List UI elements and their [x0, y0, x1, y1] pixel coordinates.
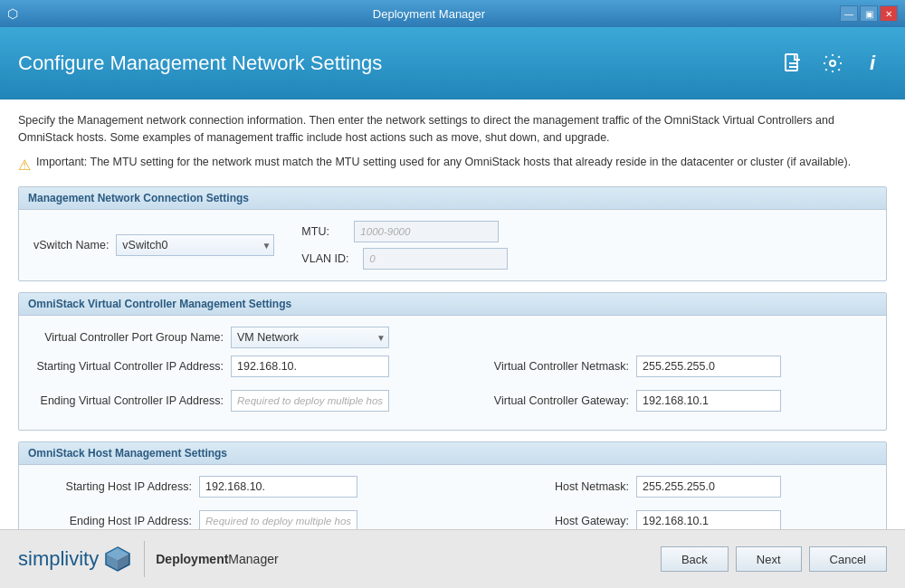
virtual-controller-header: OmniStack Virtual Controller Management … [19, 293, 886, 316]
cancel-button[interactable]: Cancel [809, 546, 887, 572]
deployment-manager-brand: DeploymentManager [156, 552, 278, 566]
management-network-body: vSwitch Name: vSwitch0 vSwitch1 vSwitch2… [19, 210, 886, 280]
host-two-col: Starting Host IP Address: Ending Host IP… [33, 476, 872, 530]
vc-gateway-label: Virtual Controller Gateway: [462, 394, 629, 407]
warning-text: Important: The MTU setting for the netwo… [36, 156, 851, 168]
brand-divider [144, 541, 145, 577]
vc-netmask-input[interactable] [636, 356, 781, 377]
back-button[interactable]: Back [661, 546, 729, 572]
host-starting-ip-input[interactable] [199, 476, 357, 498]
host-management-body: Starting Host IP Address: Ending Host IP… [19, 465, 886, 530]
vc-netmask-label: Virtual Controller Netmask: [462, 360, 629, 373]
vlan-row: VLAN ID: [301, 248, 508, 270]
main-content: Specify the Management network connectio… [0, 100, 905, 529]
host-col-left: Starting Host IP Address: Ending Host IP… [33, 476, 443, 530]
vc-gateway-input[interactable] [636, 390, 781, 412]
page-title: Configure Management Network Settings [18, 52, 382, 75]
vswitch-row: vSwitch Name: vSwitch0 vSwitch1 vSwitch2… [33, 221, 872, 270]
vc-gateway-row: Virtual Controller Gateway: [462, 390, 872, 412]
vc-ending-ip-label: Ending Virtual Controller IP Address: [33, 394, 224, 407]
vc-col-right: Virtual Controller Netmask: Virtual Cont… [462, 356, 872, 419]
host-netmask-input[interactable] [636, 476, 781, 498]
minimize-button[interactable]: — [840, 5, 858, 22]
host-col-right: Host Netmask: Host Gateway: [462, 476, 872, 530]
window-controls: — ▣ ✕ [840, 5, 898, 22]
app-icon: ⬡ [7, 6, 18, 21]
host-ending-ip-label: Ending Host IP Address: [33, 515, 192, 527]
description-text: Specify the Management network connectio… [18, 112, 887, 147]
virtual-controller-body: Virtual Controller Port Group Name: VM N… [19, 316, 886, 430]
port-group-select-wrap: VM Network Management Network ▼ [231, 327, 389, 348]
description-line1: Specify the Management network connectio… [18, 114, 834, 144]
header-icon-group: i [778, 49, 887, 78]
settings-icon[interactable] [818, 49, 847, 78]
vc-starting-ip-label: Starting Virtual Controller IP Address: [33, 360, 224, 373]
warning-icon: ⚠ [18, 156, 31, 174]
close-button[interactable]: ✕ [880, 5, 898, 22]
host-management-header: OmniStack Host Management Settings [19, 442, 886, 465]
host-starting-ip-row: Starting Host IP Address: [33, 476, 443, 498]
port-group-select[interactable]: VM Network Management Network [231, 327, 389, 348]
brand-prefix: Deployment [156, 552, 228, 566]
host-gateway-label: Host Gateway: [462, 515, 629, 527]
port-group-row: Virtual Controller Port Group Name: VM N… [33, 327, 872, 348]
header: Configure Management Network Settings i [0, 27, 905, 100]
vswitch-select-wrap: vSwitch0 vSwitch1 vSwitch2 ▼ [116, 234, 274, 256]
restore-button[interactable]: ▣ [860, 5, 878, 22]
vlan-label: VLAN ID: [301, 252, 356, 265]
vc-two-col: Starting Virtual Controller IP Address: … [33, 356, 872, 419]
title-bar: ⬡ Deployment Manager — ▣ ✕ [0, 0, 905, 27]
svg-point-3 [830, 61, 835, 66]
simplivity-logo: simplivity [18, 544, 133, 574]
host-netmask-label: Host Netmask: [462, 480, 629, 493]
vc-starting-ip-row: Starting Virtual Controller IP Address: [33, 356, 443, 377]
next-button[interactable]: Next [736, 546, 802, 572]
host-management-panel: OmniStack Host Management Settings Start… [18, 441, 887, 530]
mtu-label: MTU: [301, 225, 347, 238]
vlan-input[interactable] [363, 248, 508, 270]
vc-starting-ip-input[interactable] [231, 356, 389, 377]
vc-ending-ip-input[interactable] [231, 390, 389, 412]
management-network-panel: Management Network Connection Settings v… [18, 186, 887, 281]
document-icon[interactable] [778, 49, 807, 78]
host-starting-ip-label: Starting Host IP Address: [33, 480, 192, 493]
vc-netmask-row: Virtual Controller Netmask: [462, 356, 872, 377]
simplivity-cube-icon [102, 544, 133, 574]
host-netmask-row: Host Netmask: [462, 476, 872, 498]
vc-ending-ip-row: Ending Virtual Controller IP Address: [33, 390, 443, 412]
info-icon[interactable]: i [858, 49, 887, 78]
vswitch-select[interactable]: vSwitch0 vSwitch1 vSwitch2 [116, 234, 274, 256]
mtu-input[interactable] [354, 221, 499, 242]
virtual-controller-panel: OmniStack Virtual Controller Management … [18, 292, 887, 431]
vc-col-left: Starting Virtual Controller IP Address: … [33, 356, 443, 419]
management-network-header: Management Network Connection Settings [19, 187, 886, 210]
footer: simplivity DeploymentManager Back Next C… [0, 529, 905, 588]
warning-message: ⚠ Important: The MTU setting for the net… [18, 156, 887, 174]
host-gateway-row: Host Gateway: [462, 510, 872, 530]
host-ending-ip-input[interactable] [199, 510, 357, 530]
simplivity-text: simplivity [18, 547, 99, 571]
title-bar-title: Deployment Manager [18, 7, 840, 21]
vswitch-left: vSwitch Name: vSwitch0 vSwitch1 vSwitch2… [33, 234, 274, 256]
host-gateway-input[interactable] [636, 510, 781, 530]
footer-buttons: Back Next Cancel [661, 546, 887, 572]
port-group-label: Virtual Controller Port Group Name: [33, 331, 224, 344]
brand-area: simplivity DeploymentManager [18, 541, 279, 577]
mtu-vlan-group: MTU: VLAN ID: [301, 221, 508, 270]
brand-suffix: Manager [228, 552, 278, 566]
host-ending-ip-row: Ending Host IP Address: [33, 510, 443, 530]
mtu-row: MTU: [301, 221, 508, 242]
vswitch-label: vSwitch Name: [33, 239, 109, 251]
